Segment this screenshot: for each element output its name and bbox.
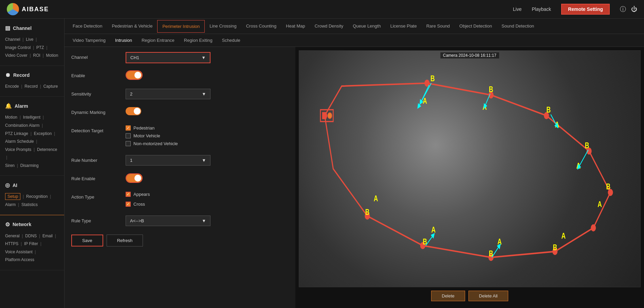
camera-container: Camera 2024-10-08 16:11:17 [299, 50, 641, 287]
rule-number-chevron-icon: ▼ [202, 158, 206, 163]
sidebar-title-network: ⚙ Network [0, 219, 64, 230]
sidebar-item-motion[interactable]: Motion [5, 115, 17, 120]
action-type-control: Appears Cross [126, 192, 289, 209]
sidebar-item-voice-prompts[interactable]: Voice Prompts [5, 147, 31, 152]
rule-type-select[interactable]: A<-->B ▼ [126, 216, 210, 226]
rule-enable-toggle-knob [134, 175, 141, 182]
sidebar-item-capture[interactable]: Capture [43, 84, 58, 89]
sidebar-item-https[interactable]: HTTPS [5, 241, 18, 246]
info-icon[interactable]: ⓘ [620, 5, 626, 13]
rule-enable-toggle[interactable] [126, 174, 142, 182]
enable-label: Enable [71, 70, 126, 78]
sidebar-item-roi[interactable]: ROI [33, 53, 40, 58]
dynamic-marking-toggle[interactable] [126, 107, 141, 115]
tab-pedestrian-vehicle[interactable]: Pedestrian & Vehicle [107, 20, 157, 33]
delete-button[interactable]: Delete [431, 291, 465, 301]
tab-rare-sound[interactable]: Rare Sound [422, 20, 455, 33]
sidebar-item-video-cover[interactable]: Video Cover [5, 53, 27, 58]
sidebar-item-recognition[interactable]: Recognition [26, 194, 48, 199]
pedestrian-checkbox[interactable] [126, 125, 131, 131]
sidebar-item-general[interactable]: General [5, 234, 20, 238]
sidebar-item-encode[interactable]: Encode [5, 84, 19, 89]
tabs-row2: Video Tampering Intrusion Region Entranc… [65, 34, 644, 47]
tab-region-entrance[interactable]: Region Entrance [137, 35, 179, 46]
sidebar-item-deterrence[interactable]: Deterrence [37, 147, 57, 152]
sidebar-item-voice-assistant[interactable]: Voice Assistant [5, 250, 33, 254]
tab-schedule[interactable]: Schedule [217, 35, 245, 46]
sidebar-item-siren[interactable]: Siren [5, 163, 15, 168]
sidebar-section-record: ⏺ Record Encode | Record | Capture [0, 66, 64, 97]
sidebar-item-setup[interactable]: Setup [5, 193, 20, 200]
svg-point-30 [328, 113, 332, 118]
save-button[interactable]: Save [71, 235, 103, 246]
sidebar-item-intelligent[interactable]: Intelligent [23, 115, 40, 120]
sidebar-item-disarming[interactable]: Disarming [20, 163, 39, 168]
tab-line-crossing[interactable]: Line Crossing [205, 20, 241, 33]
sidebar-item-ddns[interactable]: DDNS [25, 234, 37, 238]
sidebar-item-ip-filter[interactable]: IP Filter [24, 241, 38, 246]
sidebar-item-platform-access[interactable]: Platform Access [5, 257, 34, 262]
sidebar-item-image-control[interactable]: Image Control [5, 45, 31, 50]
rule-enable-label: Rule Enable [71, 173, 126, 181]
main-panel: Channel CH1 ▼ Enable [65, 47, 644, 308]
svg-line-27 [578, 150, 588, 168]
tab-cross-counting[interactable]: Cross Counting [241, 20, 281, 33]
sidebar-item-ptz[interactable]: PTZ [36, 45, 44, 50]
tab-video-tampering[interactable]: Video Tampering [68, 35, 110, 46]
settings-panel: Channel CH1 ▼ Enable [65, 47, 295, 308]
motor-vehicle-checkbox[interactable] [126, 133, 131, 138]
sidebar-item-exception[interactable]: Exception [34, 131, 52, 136]
tab-license-plate[interactable]: License Plate [386, 20, 422, 33]
sidebar-item-channel[interactable]: Channel [5, 37, 20, 42]
sidebar-item-alarm-schedule[interactable]: Alarm Schedule [5, 139, 34, 144]
channel-value: CH1 [130, 55, 139, 60]
network-icon: ⚙ [5, 221, 10, 228]
non-motorized-checkbox[interactable] [126, 141, 131, 146]
rule-number-select[interactable]: 1 ▼ [126, 155, 210, 166]
channel-select[interactable]: CH1 ▼ [126, 52, 210, 63]
cross-checkbox[interactable] [126, 202, 131, 207]
tab-region-exiting[interactable]: Region Exiting [179, 35, 217, 46]
dynamic-marking-control [126, 107, 289, 115]
appears-checkbox[interactable] [126, 192, 131, 197]
tab-perimeter-intrusion[interactable]: Perimeter Intrusion [157, 20, 205, 33]
tab-object-detection[interactable]: Object Detection [455, 20, 497, 33]
sidebar-item-record[interactable]: Record [24, 84, 38, 89]
sidebar-section-network: ⚙ Network General | DDNS | Email | HTTPS… [0, 215, 64, 270]
refresh-button[interactable]: Refresh [107, 235, 143, 246]
sidebar-item-ptz-linkage[interactable]: PTZ Linkage [5, 131, 28, 136]
nav-live[interactable]: Live [513, 6, 522, 12]
sidebar-item-live[interactable]: Live [26, 37, 33, 42]
rule-enable-row: Rule Enable [71, 173, 289, 186]
sensitivity-select[interactable]: 2 ▼ [126, 89, 210, 99]
sidebar-item-motion[interactable]: Motion [46, 53, 58, 58]
sidebar-item-email[interactable]: Email [42, 234, 53, 238]
sidebar-item-statistics[interactable]: Statistics [21, 202, 38, 207]
channel-label: Channel [71, 52, 126, 60]
detection-target-label: Detection Target [71, 125, 126, 133]
sidebar-item-alarm[interactable]: Alarm [5, 202, 16, 207]
sidebar-label-ai: AI [13, 183, 17, 188]
sidebar-label-network: Network [13, 222, 31, 227]
delete-all-button[interactable]: Delete All [468, 291, 508, 301]
enable-toggle[interactable] [126, 71, 142, 79]
sidebar-title-channel: ▤ Channel [0, 22, 64, 34]
dynamic-marking-label: Dynamic Marking [71, 107, 126, 115]
detection-target-row: Detection Target Pedestrian Motor Vehicl… [71, 125, 289, 149]
sidebar-item-combination-alarm[interactable]: Combination Alarm [5, 123, 39, 128]
sidebar-links-alarm: Motion | Intelligent | Combination Alarm… [0, 112, 64, 172]
sensitivity-row: Sensitivity 2 ▼ [71, 89, 289, 101]
tab-face-detection[interactable]: Face Detection [68, 20, 107, 33]
record-icon: ⏺ [5, 72, 11, 78]
action-type-row: Action Type Appears Cross [71, 192, 289, 209]
tab-intrusion[interactable]: Intrusion [110, 35, 137, 46]
tab-sound-detection[interactable]: Sound Detection [497, 20, 539, 33]
tab-heat-map[interactable]: Heat Map [281, 20, 310, 33]
nav-playback[interactable]: Playback [532, 6, 551, 12]
remote-setting-button[interactable]: Remote Setting [561, 4, 610, 15]
tab-crowd-density[interactable]: Crowd Density [310, 20, 348, 33]
camera-overlay-svg: B A B A B A B A B A B A [299, 51, 640, 287]
tab-queue-length[interactable]: Queue Length [348, 20, 385, 33]
rule-type-value: A<-->B [130, 218, 144, 223]
power-icon[interactable]: ⏻ [631, 6, 637, 13]
